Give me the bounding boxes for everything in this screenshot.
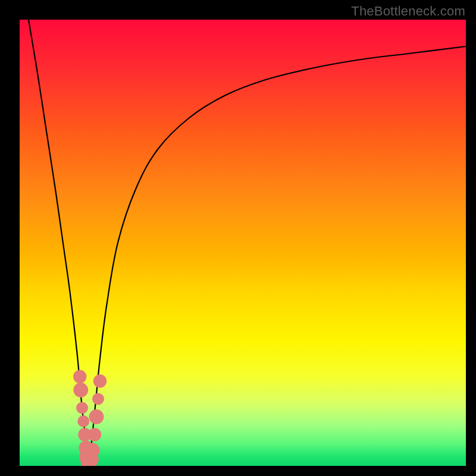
marker-dot <box>85 443 100 458</box>
marker-dot <box>92 393 104 405</box>
marker-dot <box>76 402 88 414</box>
curve-layer <box>20 20 466 466</box>
marker-dot <box>89 409 104 424</box>
watermark-text: TheBottleneck.com <box>351 4 465 19</box>
right-branch-curve <box>89 46 466 466</box>
left-branch-curve <box>29 20 89 466</box>
marker-dot <box>77 415 89 427</box>
marker-dot <box>73 370 86 383</box>
chart-frame: TheBottleneck.com <box>0 0 476 476</box>
plot-area <box>20 20 466 466</box>
marker-group <box>73 370 107 466</box>
marker-dot <box>88 428 101 441</box>
marker-dot <box>93 374 107 387</box>
marker-dot <box>73 383 88 397</box>
